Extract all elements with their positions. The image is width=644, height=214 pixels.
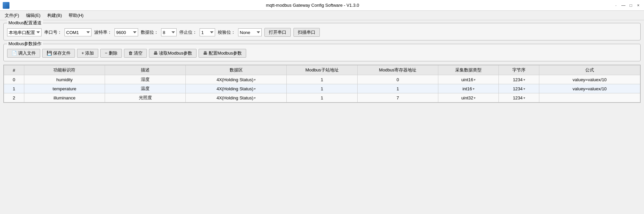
cell-reg-addr: 0: [357, 75, 438, 84]
col-slave-addr: Modbus子站地址: [287, 65, 357, 75]
cell-formula[interactable]: [539, 93, 640, 102]
dropdown-arrow-icon: ▾: [254, 96, 256, 100]
delete-icon: −: [105, 51, 107, 56]
minimize-button[interactable]: —: [620, 2, 626, 8]
app-icon: [3, 2, 9, 9]
cell-index: 1: [4, 84, 24, 93]
dropdown-arrow-icon: ▾: [254, 78, 256, 82]
scan-port-button[interactable]: 扫描串口: [293, 28, 320, 37]
title-bar-title: mqtt-modbus Gateway Config Software - V1…: [12, 3, 613, 8]
load-file-icon: 📄: [11, 51, 17, 56]
col-data-area: 数据区: [186, 65, 287, 75]
maximize-button[interactable]: □: [628, 2, 634, 8]
dropdown-arrow-icon: ▾: [523, 87, 525, 91]
col-reg-addr: Modbus寄存器地址: [357, 65, 438, 75]
load-file-button[interactable]: 📄 调入文件: [7, 49, 40, 58]
col-byte-order: 字节序: [499, 65, 539, 75]
cell-byte-order[interactable]: 1234▾: [499, 75, 539, 84]
cell-func-id[interactable]: humidity: [24, 75, 105, 84]
dropdown-arrow-icon: ▾: [523, 96, 525, 100]
col-formula: 公式: [539, 65, 640, 75]
data-bits-label: 数据位：: [141, 29, 158, 35]
col-func-id: 功能标识符: [24, 65, 105, 75]
cell-formula[interactable]: valuey=valuex/10: [539, 84, 640, 93]
col-desc: 描述: [105, 65, 186, 75]
add-button[interactable]: + 添加: [77, 49, 98, 58]
cell-desc[interactable]: 湿度: [105, 75, 186, 84]
cell-reg-addr: 1: [357, 84, 438, 93]
config-modbus-label: 配置Modbus参数: [209, 51, 242, 56]
parity-label: 校验位：: [218, 29, 235, 35]
toolbar-row: 📄 调入文件 💾 保存文件 + 添加 − 删除 🗑 清空 🖶 读取Modbu: [7, 49, 637, 58]
cell-slave-addr: 1: [287, 84, 357, 93]
close-button[interactable]: ×: [635, 2, 641, 8]
cell-slave-addr: 1: [287, 93, 357, 102]
data-bits-select[interactable]: 8: [161, 28, 177, 36]
config-modbus-button[interactable]: 🖶 配置Modbus参数: [199, 49, 246, 58]
modbus-params-legend: Modbus参数操作: [7, 41, 43, 47]
data-table: # 功能标识符 描述 数据区 Modbus子站地址 Modbus寄存器地址 采集…: [4, 65, 640, 102]
table-header-row: # 功能标识符 描述 数据区 Modbus子站地址 Modbus寄存器地址 采集…: [4, 65, 640, 75]
cell-data-area[interactable]: 4X(Holding Status)▾: [186, 75, 287, 84]
cell-index: 2: [4, 93, 24, 102]
dropdown-arrow-icon: ▾: [473, 87, 474, 91]
config-modbus-icon: 🖶: [203, 51, 207, 56]
port-select[interactable]: COM1: [65, 28, 92, 36]
read-modbus-button[interactable]: 🖶 读取Modbus参数: [149, 49, 197, 58]
clear-icon: 🗑: [128, 51, 133, 56]
open-port-button[interactable]: 打开串口: [264, 28, 291, 37]
table-row[interactable]: 2illuminance光照度4X(Holding Status)▾17uint…: [4, 93, 640, 102]
table-row[interactable]: 1temperature温度4X(Holding Status)▾11int16…: [4, 84, 640, 93]
delete-button[interactable]: − 删除: [100, 49, 122, 58]
stop-bits-label: 停止位：: [179, 29, 197, 35]
pin-button[interactable]: ·: [613, 2, 619, 8]
cell-formula[interactable]: valuey=valuex/10: [539, 75, 640, 84]
load-file-label: 调入文件: [18, 51, 36, 56]
read-modbus-label: 读取Modbus参数: [159, 51, 192, 56]
cell-data-type[interactable]: uint32▾: [438, 93, 498, 102]
col-data-type: 采集数据类型: [438, 65, 498, 75]
menu-edit[interactable]: 编辑(E): [23, 11, 44, 20]
cell-byte-order[interactable]: 1234▾: [499, 84, 539, 93]
port-label: 串口号：: [44, 29, 62, 35]
cell-data-type[interactable]: int16▾: [438, 84, 498, 93]
cell-data-type[interactable]: uint16▾: [438, 75, 498, 84]
save-file-button[interactable]: 💾 保存文件: [42, 49, 75, 58]
table-row[interactable]: 0humidity湿度4X(Holding Status)▾10uint16▾1…: [4, 75, 640, 84]
data-table-wrapper: # 功能标识符 描述 数据区 Modbus子站地址 Modbus寄存器地址 采集…: [3, 65, 641, 103]
modbus-params-section: Modbus参数操作 📄 调入文件 💾 保存文件 + 添加 − 删除 🗑 清空: [3, 44, 641, 61]
cell-desc[interactable]: 温度: [105, 84, 186, 93]
menu-help[interactable]: 帮助(H): [65, 11, 87, 20]
read-modbus-icon: 🖶: [153, 51, 158, 56]
dropdown-arrow-icon: ▾: [474, 78, 475, 82]
col-index: #: [4, 65, 24, 75]
modbus-config-section: Modbus配置通道 本地串口配置 串口号： COM1 波特率： 9600 数据…: [3, 23, 641, 40]
menu-file[interactable]: 文件(F): [1, 11, 23, 20]
parity-select[interactable]: None: [238, 28, 262, 36]
cell-data-area[interactable]: 4X(Holding Status)▾: [186, 93, 287, 102]
cell-data-area[interactable]: 4X(Holding Status)▾: [186, 84, 287, 93]
save-file-icon: 💾: [47, 51, 52, 56]
clear-label: 清空: [134, 51, 143, 56]
cell-reg-addr: 7: [357, 93, 438, 102]
save-file-label: 保存文件: [53, 51, 71, 56]
cell-func-id[interactable]: illuminance: [24, 93, 105, 102]
add-label: 添加: [85, 51, 94, 56]
cell-func-id[interactable]: temperature: [24, 84, 105, 93]
cell-index: 0: [4, 75, 24, 84]
dropdown-arrow-icon: ▾: [474, 96, 475, 100]
stop-bits-select[interactable]: 1: [200, 28, 215, 36]
cell-desc[interactable]: 光照度: [105, 93, 186, 102]
window-controls: · — □ ×: [613, 2, 641, 8]
modbus-config-legend: Modbus配置通道: [7, 20, 43, 26]
dropdown-arrow-icon: ▾: [523, 78, 525, 82]
clear-button[interactable]: 🗑 清空: [124, 49, 147, 58]
cell-byte-order[interactable]: 1234▾: [499, 93, 539, 102]
delete-label: 删除: [109, 51, 118, 56]
main-content: Modbus配置通道 本地串口配置 串口号： COM1 波特率： 9600 数据…: [0, 20, 644, 105]
mode-select[interactable]: 本地串口配置: [7, 28, 42, 36]
baud-select[interactable]: 9600: [114, 28, 138, 36]
cell-slave-addr: 1: [287, 75, 357, 84]
menu-build[interactable]: 构建(B): [44, 11, 65, 20]
baud-label: 波特率：: [94, 29, 112, 35]
